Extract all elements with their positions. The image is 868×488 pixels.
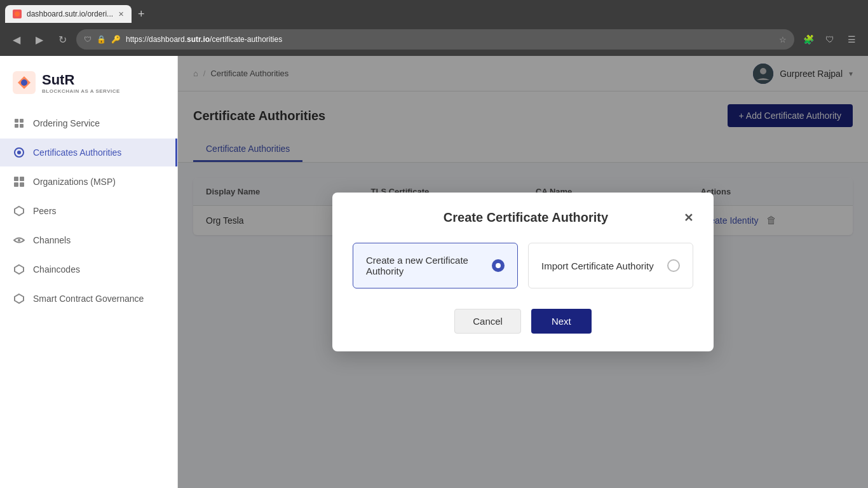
svg-point-8 xyxy=(17,151,21,154)
svg-rect-4 xyxy=(20,119,24,123)
modal-overlay[interactable]: Create Certificate Authority ✕ Create a … xyxy=(178,56,868,488)
url-display: https://dashboard.sutr.io/certificate-au… xyxy=(126,35,282,44)
sidebar-item-peers[interactable]: Peers xyxy=(0,197,177,225)
ordering-service-icon xyxy=(13,117,25,130)
svg-marker-13 xyxy=(15,207,24,215)
sidebar-item-smart-contract-governance[interactable]: Smart Contract Governance xyxy=(0,285,177,313)
option-import-label: Import Certificate Authority xyxy=(541,261,654,271)
svg-marker-15 xyxy=(15,265,24,274)
smart-contract-icon xyxy=(13,292,25,305)
browser-toolbar: ◀ ▶ ↻ 🛡 🔒 🔑 https://dashboard.sutr.io/ce… xyxy=(0,23,868,56)
address-bar[interactable]: 🛡 🔒 🔑 https://dashboard.sutr.io/certific… xyxy=(76,29,794,50)
svg-point-14 xyxy=(18,239,20,241)
modal-footer: Cancel Next xyxy=(353,309,693,334)
logo-name: SutR xyxy=(42,72,120,88)
cancel-button[interactable]: Cancel xyxy=(454,309,521,334)
extensions-button[interactable]: 🧩 xyxy=(799,30,817,48)
svg-rect-11 xyxy=(14,182,18,187)
svg-point-2 xyxy=(21,79,27,86)
bookmark-star-icon[interactable]: ☆ xyxy=(779,35,787,44)
logo-tagline: Blockchain as a Service xyxy=(42,88,120,94)
sidebar-item-organizations-msp[interactable]: Organizations (MSP) xyxy=(0,168,177,196)
sidebar-item-label-peers: Peers xyxy=(33,206,57,216)
security-shield-icon: 🛡 xyxy=(84,35,92,44)
radio-create-new xyxy=(492,259,505,272)
sidebar-item-ordering-service[interactable]: Ordering Service xyxy=(0,109,177,137)
peers-icon xyxy=(13,205,25,217)
sidebar-item-chaincodes[interactable]: Chaincodes xyxy=(0,255,177,283)
svg-marker-16 xyxy=(15,294,24,303)
radio-import xyxy=(667,259,680,272)
sidebar-item-label-channels: Channels xyxy=(33,235,71,245)
browser-chrome: dashboard.sutr.io/orderi... ✕ + ◀ ▶ ↻ 🛡 … xyxy=(0,0,868,56)
url-domain: sutr.io xyxy=(187,35,210,44)
sidebar-item-certificates-authorities[interactable]: Certificates Authorities xyxy=(0,139,177,166)
app-layout: SutR Blockchain as a Service Ordering Se… xyxy=(0,56,868,488)
option-import[interactable]: Import Certificate Authority xyxy=(528,243,693,288)
sidebar-logo: SutR Blockchain as a Service xyxy=(0,66,177,109)
sidebar-item-label-ordering-service: Ordering Service xyxy=(33,118,100,128)
tab-close-button[interactable]: ✕ xyxy=(118,10,124,18)
svg-rect-3 xyxy=(15,119,18,123)
sidebar-item-label-chaincodes: Chaincodes xyxy=(33,264,80,274)
shield-button[interactable]: 🛡 xyxy=(821,30,839,48)
sidebar-nav: Ordering Service Certificates Authoritie… xyxy=(0,109,177,313)
svg-rect-10 xyxy=(20,177,24,181)
new-tab-button[interactable]: + xyxy=(132,5,151,23)
svg-rect-5 xyxy=(15,124,18,128)
key-icon: 🔑 xyxy=(111,35,121,44)
tab-favicon xyxy=(13,10,22,18)
svg-rect-9 xyxy=(14,177,18,181)
tab-title: dashboard.sutr.io/orderi... xyxy=(27,10,113,18)
svg-rect-12 xyxy=(20,182,24,187)
modal-options: Create a new Certificate Authority Impor… xyxy=(353,243,693,288)
sidebar-item-label-smart-contract: Smart Contract Governance xyxy=(33,294,144,304)
url-prefix: https://dashboard. xyxy=(126,35,187,44)
logo-icon xyxy=(13,71,36,94)
modal-header: Create Certificate Authority ✕ xyxy=(353,210,693,225)
browser-right-icons: 🧩 🛡 ☰ xyxy=(799,30,860,48)
option-create-new[interactable]: Create a new Certificate Authority xyxy=(353,243,518,288)
refresh-button[interactable]: ↻ xyxy=(53,30,71,48)
svg-rect-6 xyxy=(20,124,24,128)
main-content: ⌂ / Certificate Authorities Gurpreet Raj… xyxy=(178,56,868,488)
svg-point-0 xyxy=(15,11,20,17)
sidebar-item-label-organizations: Organizations (MSP) xyxy=(33,177,116,187)
modal-close-button[interactable]: ✕ xyxy=(684,211,693,225)
back-button[interactable]: ◀ xyxy=(8,30,25,48)
sidebar-item-label-certificates: Certificates Authorities xyxy=(33,147,121,158)
browser-tabs: dashboard.sutr.io/orderi... ✕ + xyxy=(0,0,868,23)
forward-button[interactable]: ▶ xyxy=(31,30,48,48)
logo-container: SutR Blockchain as a Service xyxy=(13,71,165,94)
lock-icon: 🔒 xyxy=(97,35,106,44)
organizations-icon xyxy=(13,175,25,188)
sidebar: SutR Blockchain as a Service Ordering Se… xyxy=(0,56,178,488)
channels-icon xyxy=(13,234,25,247)
sidebar-item-channels[interactable]: Channels xyxy=(0,226,177,254)
certificates-icon xyxy=(13,146,25,159)
menu-button[interactable]: ☰ xyxy=(843,30,860,48)
modal-title: Create Certificate Authority xyxy=(368,210,684,225)
logo-text: SutR Blockchain as a Service xyxy=(42,72,120,94)
next-button[interactable]: Next xyxy=(531,309,592,334)
modal-create-ca: Create Certificate Authority ✕ Create a … xyxy=(332,193,714,351)
option-create-new-label: Create a new Certificate Authority xyxy=(366,255,492,276)
active-tab[interactable]: dashboard.sutr.io/orderi... ✕ xyxy=(5,5,132,23)
chaincodes-icon xyxy=(13,263,25,276)
url-path: /certificate-authorities xyxy=(210,35,282,44)
